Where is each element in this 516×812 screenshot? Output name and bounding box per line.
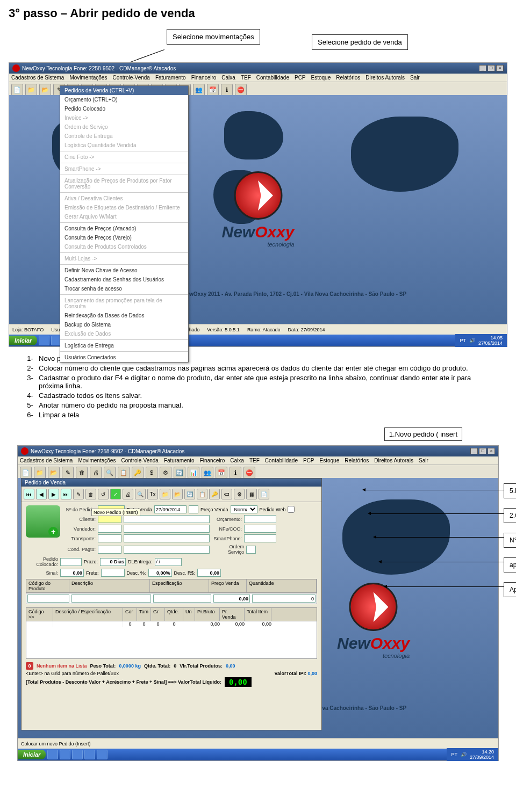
- menu-item[interactable]: Sair: [410, 75, 420, 81]
- close-icon[interactable]: ×: [496, 65, 504, 71]
- toolbar-icon[interactable]: 📄: [11, 84, 23, 96]
- system-tray[interactable]: PT 🔊 14:20 27/09/2014: [447, 748, 498, 761]
- seq-input[interactable]: [189, 505, 198, 513]
- smartphone-input[interactable]: [244, 534, 276, 542]
- toolbar-icon[interactable]: 📅: [207, 84, 219, 96]
- tag-icon[interactable]: 🏷: [221, 489, 232, 499]
- dropdown-item[interactable]: Multi-Lojas ->: [60, 254, 188, 263]
- menu-item[interactable]: Relatórios: [336, 75, 360, 81]
- menu-item[interactable]: Estoque: [320, 458, 340, 463]
- tray-lang[interactable]: PT: [460, 338, 466, 343]
- frete-input[interactable]: [101, 569, 125, 577]
- prazo-input[interactable]: [100, 558, 126, 566]
- os-input[interactable]: [246, 546, 256, 554]
- menu-item[interactable]: Movimentações: [78, 458, 116, 463]
- tray-lang[interactable]: PT: [451, 752, 457, 757]
- dropdown-item[interactable]: Consulta de Preços (Atacado): [60, 224, 188, 233]
- toolbar-icon[interactable]: ℹ: [221, 84, 233, 96]
- menu-item[interactable]: Caixa: [221, 75, 235, 81]
- toolbar-icon[interactable]: 🔑: [132, 467, 144, 479]
- descricao-input[interactable]: [71, 595, 151, 603]
- colocado-input[interactable]: [60, 558, 82, 566]
- menu-item[interactable]: Direitos Autorais: [374, 458, 413, 463]
- system-tray[interactable]: PT 🔊 14:05 27/09/2014: [455, 334, 507, 347]
- close-icon[interactable]: ×: [488, 448, 495, 454]
- dropdown-item[interactable]: Atualização de Preços de Produtos por Fa…: [60, 176, 188, 191]
- vendedor-input[interactable]: [98, 525, 121, 533]
- condpagto-input[interactable]: [98, 546, 121, 554]
- menu-item[interactable]: Financeiro: [200, 458, 225, 463]
- dropdown-item[interactable]: Backup do Sistema: [60, 320, 188, 329]
- dtentrega-input[interactable]: [155, 558, 182, 566]
- menu-item[interactable]: Cadastros de Sistema: [11, 75, 64, 81]
- pedido-toolbar[interactable]: ⏮ ◀ ▶ ⏭ ✎ 🗑 ↺ ✓ 🖨 🔍 Tx 📁 📂 🔄 📋 🔑 🏷 ⚙ ▦ 📄: [22, 487, 321, 502]
- toolbar-icon[interactable]: 📁: [34, 467, 46, 479]
- menu-item[interactable]: Estoque: [311, 75, 331, 81]
- dropdown-item[interactable]: Pedidos de Venda (CTRL+V): [60, 86, 188, 95]
- toolbar-icon[interactable]: $: [146, 467, 157, 479]
- toolbar-icon[interactable]: 🔄: [174, 467, 185, 479]
- print-icon[interactable]: 🖨: [123, 489, 133, 499]
- windows-taskbar[interactable]: Iniciar PT 🔊 14:20 27/09/2014: [18, 749, 498, 760]
- last-record-icon[interactable]: ⏭: [61, 489, 71, 499]
- toolbar-icon[interactable]: 📋: [118, 467, 130, 479]
- menu-item[interactable]: Movimentações: [69, 75, 107, 81]
- dropdown-item[interactable]: Emissão de Etiquetas de Destinatário / E…: [60, 203, 188, 212]
- dropdown-item[interactable]: SmartPhone ->: [60, 164, 188, 173]
- sinal-input[interactable]: [60, 569, 84, 577]
- menu-item[interactable]: Controle-Venda: [121, 458, 159, 463]
- gear-icon[interactable]: ⚙: [234, 489, 245, 499]
- vendedor-nome-input[interactable]: [124, 525, 210, 533]
- next-record-icon[interactable]: ▶: [48, 489, 59, 499]
- maximize-icon[interactable]: □: [488, 65, 495, 71]
- dropdown-item[interactable]: Ordem de Serviço: [60, 122, 188, 132]
- maximize-icon[interactable]: □: [479, 448, 486, 454]
- dropdown-item[interactable]: Consulta de Preços (Varejo): [60, 233, 188, 242]
- quick-launch-icon[interactable]: [84, 750, 95, 759]
- menu-item[interactable]: Relatórios: [345, 458, 369, 463]
- dropdown-item[interactable]: Invoice ->: [60, 113, 188, 122]
- toolbar-icon[interactable]: ⛔: [235, 84, 247, 96]
- start-button[interactable]: Iniciar: [18, 750, 46, 759]
- dropdown-item[interactable]: Lançamento das promoções para tela de Co…: [60, 296, 188, 311]
- dropdown-item[interactable]: Pedido Colocado: [60, 104, 188, 113]
- clipboard-icon[interactable]: 📋: [197, 489, 207, 499]
- toolbar-icon[interactable]: ⛔: [243, 467, 255, 479]
- toolbar-icon[interactable]: 🔍: [104, 467, 116, 479]
- toolbar-icon[interactable]: ℹ: [230, 467, 241, 479]
- toolbar-icon[interactable]: 🗑: [76, 467, 88, 479]
- precovenda-input[interactable]: [213, 595, 250, 603]
- menu-item[interactable]: Sair: [419, 458, 428, 463]
- menu-item[interactable]: Caixa: [230, 458, 244, 463]
- new-record-icon[interactable]: ✎: [73, 489, 84, 499]
- descpct-input[interactable]: [148, 569, 172, 577]
- cliente-nome-input[interactable]: [124, 515, 210, 523]
- menu-item[interactable]: PCP: [295, 75, 306, 81]
- document-icon[interactable]: 📄: [259, 489, 269, 499]
- orcamento-input[interactable]: [244, 515, 276, 523]
- save-record-icon[interactable]: ✓: [110, 489, 121, 499]
- menu-item[interactable]: Financeiro: [191, 75, 217, 81]
- menu-item[interactable]: Controle-Venda: [112, 75, 150, 81]
- menu-item[interactable]: Faturamento: [164, 458, 195, 463]
- cancel-record-icon[interactable]: ↺: [98, 489, 109, 499]
- menu-item[interactable]: Contabilidade: [256, 75, 289, 81]
- cliente-input[interactable]: [98, 515, 121, 523]
- quantidade-input[interactable]: [252, 595, 316, 603]
- grid-icon[interactable]: ▦: [246, 489, 257, 499]
- dropdown-item[interactable]: Reindexação da Bases de Dados: [60, 311, 188, 320]
- first-record-icon[interactable]: ⏮: [24, 489, 34, 499]
- menu-item[interactable]: Cadastros de Sistema: [20, 458, 73, 463]
- dropdown-item[interactable]: Orçamento (CTRL+O): [60, 95, 188, 104]
- start-button[interactable]: Iniciar: [9, 336, 37, 345]
- toolbar-icon[interactable]: 🖨: [90, 467, 102, 479]
- minimize-icon[interactable]: _: [479, 65, 486, 71]
- toolbar-icon[interactable]: 👥: [193, 84, 205, 96]
- dropdown-item[interactable]: Cadastramento das Senhas dos Usuários: [60, 275, 188, 284]
- dropdown-item[interactable]: Usuários Conectados: [60, 353, 188, 362]
- tax-icon[interactable]: Tx: [147, 489, 158, 499]
- dropdown-item[interactable]: Ativa / Desativa Clientes: [60, 194, 188, 203]
- toolbar-icon[interactable]: 📅: [216, 467, 227, 479]
- menu-item[interactable]: Contabilidade: [265, 458, 298, 463]
- search-icon[interactable]: 🔍: [135, 489, 146, 499]
